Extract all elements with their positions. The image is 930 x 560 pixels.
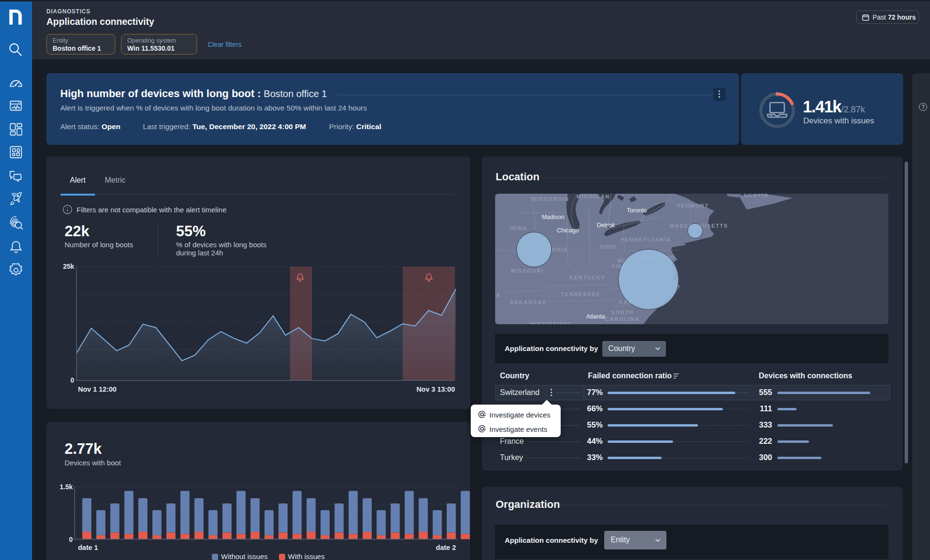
svg-text:MISSOURI: MISSOURI (510, 268, 543, 274)
svg-text:PENNSYLVANIA: PENNSYLVANIA (620, 237, 671, 242)
svg-text:OHIO: OHIO (600, 244, 617, 250)
svg-text:SCOTIA: SCOTIA (743, 194, 768, 198)
svg-text:MICHIGAN: MICHIGAN (576, 194, 610, 199)
svg-text:Detroit: Detroit (597, 222, 614, 229)
svg-text:WISCONSIN: WISCONSIN (531, 196, 569, 202)
svg-text:KENTUCKY: KENTUCKY (569, 275, 606, 280)
svg-text:ARKANSAS: ARKANSAS (509, 299, 546, 305)
svg-text:IOWA: IOWA (509, 225, 527, 231)
svg-text:VERMONT: VERMONT (676, 203, 709, 209)
svg-text:Toronto: Toronto (627, 207, 647, 214)
svg-text:MA: MA (495, 292, 501, 298)
svg-text:MISSISSIPPI: MISSISSIPPI (530, 321, 570, 324)
svg-text:Atlanta: Atlanta (586, 313, 605, 320)
svg-text:CAROLINA: CAROLINA (605, 316, 639, 322)
svg-text:Chicago: Chicago (557, 227, 579, 234)
svg-text:Madison: Madison (542, 214, 564, 220)
svg-text:SOUTH: SOUTH (611, 309, 634, 315)
svg-text:TENNESSEE: TENNESSEE (561, 291, 600, 297)
